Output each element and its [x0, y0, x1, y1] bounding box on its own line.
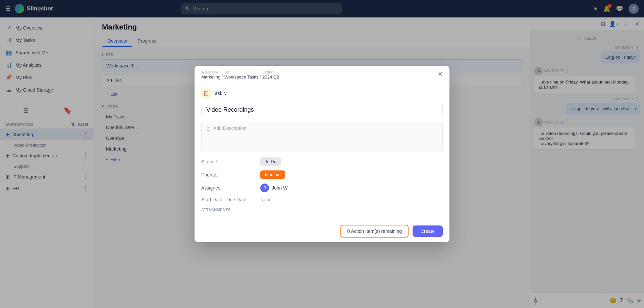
assignee-selector[interactable]: J John W — [260, 184, 287, 192]
assignee-avatar: J — [260, 184, 269, 192]
breadcrumb-sep-1: / — [222, 73, 223, 80]
task-description-area[interactable]: ☰ Add Description — [201, 122, 443, 152]
task-modal: Workspace Marketing / List Workspace Tas… — [195, 66, 449, 242]
task-type-label-text: Task — [213, 91, 222, 96]
modal-close-button[interactable]: ✕ — [438, 70, 443, 78]
breadcrumb-workspace-label: Workspace — [201, 70, 220, 74]
task-title-input[interactable] — [201, 103, 443, 117]
priority-field-row: Priority: Medium — [201, 170, 443, 179]
breadcrumb-sep-2: / — [260, 73, 261, 80]
attachments-label: ATTACHMENTS — [201, 208, 443, 212]
date-field-row: Start Date - Due Date: None — [201, 197, 443, 202]
description-placeholder: Add Description — [213, 125, 247, 131]
date-picker[interactable]: None — [260, 197, 271, 202]
status-label: Status:* — [201, 159, 255, 164]
breadcrumb-section: Section 2024 Q2 — [262, 70, 279, 80]
task-type-dropdown[interactable]: Task ∨ — [213, 91, 227, 96]
create-button[interactable]: Create — [413, 225, 443, 237]
breadcrumb-workspace-val: Marketing — [201, 74, 220, 80]
breadcrumb-workspace: Workspace Marketing — [201, 70, 220, 80]
priority-dropdown[interactable]: Medium — [260, 170, 285, 179]
breadcrumb-section-val: 2024 Q2 — [262, 74, 279, 80]
breadcrumb-section-label: Section — [262, 70, 279, 74]
assignee-label: Assignee: — [201, 185, 255, 191]
description-icon: ☰ — [206, 126, 211, 132]
action-items-button[interactable]: 0 Action Item(s) remaining — [340, 225, 409, 238]
task-type-chevron-icon: ∨ — [224, 91, 227, 96]
task-fields: Status:* To Do Priority: Medium Assignee… — [201, 157, 443, 202]
breadcrumb-list-val: Workspace Tasks — [224, 74, 258, 80]
task-type-icon: 📋 — [201, 89, 211, 98]
breadcrumb-list: List Workspace Tasks — [224, 70, 258, 80]
status-field-row: Status:* To Do — [201, 157, 443, 166]
status-dropdown[interactable]: To Do — [260, 157, 281, 166]
assignee-field-row: Assignee: J John W — [201, 184, 443, 192]
task-type-row: 📋 Task ∨ — [201, 89, 443, 98]
assignee-name: John W — [272, 185, 287, 191]
date-label: Start Date - Due Date: — [201, 197, 255, 202]
breadcrumb-list-label: List — [224, 70, 258, 74]
priority-label: Priority: — [201, 172, 255, 177]
attachments-section: ATTACHMENTS — [201, 208, 443, 212]
breadcrumb: Workspace Marketing / List Workspace Tas… — [201, 70, 279, 80]
modal-body: 📋 Task ∨ ☰ Add Description Status:* To D… — [195, 83, 449, 220]
modal-overlay: Workspace Marketing / List Workspace Tas… — [0, 0, 644, 308]
modal-header: Workspace Marketing / List Workspace Tas… — [195, 66, 449, 83]
modal-footer: 0 Action Item(s) remaining Create — [195, 220, 449, 242]
